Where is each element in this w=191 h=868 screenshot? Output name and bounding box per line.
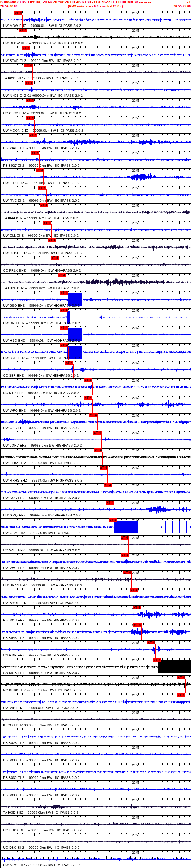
coda-pick-flag[interactable]: xT 4 xyxy=(26,116,34,120)
trace-row[interactable]: 20:55UW RVC EHZ -- 99999.0km BW HIGHPASS… xyxy=(1,186,191,203)
trace-row[interactable]: 20:55UW LEBA HHZ -- 99999.0km BW HIGHPAS… xyxy=(1,448,191,465)
coda-pick-line[interactable] xyxy=(185,679,186,692)
coda-pick-flag[interactable]: xT 4 xyxy=(84,378,92,382)
coda-pick-line[interactable] xyxy=(30,50,30,63)
trace-row[interactable]: 20:55CC VALT BHZ -- 99999.0km BW HIGHPAS… xyxy=(1,535,191,553)
coda-pick-flag[interactable]: xT 4 xyxy=(43,221,51,225)
coda-pick-line[interactable] xyxy=(73,364,74,378)
trace-row[interactable]: 20:55TA I03D BHZ -- 99999.0km BW HIGHPAS… xyxy=(1,798,191,815)
coda-pick-line[interactable] xyxy=(37,137,37,150)
coda-pick-flag[interactable]: xT 4 xyxy=(133,623,141,627)
coda-pick-flag[interactable]: xT 4 xyxy=(60,308,68,312)
trace-row[interactable]: 20:55PB B030 EHZ -- 99999.0km BW HIGHPAS… xyxy=(1,745,191,763)
coda-pick-line[interactable] xyxy=(68,312,68,325)
coda-pick-line[interactable] xyxy=(131,574,132,588)
coda-pick-flag[interactable]: xT 4 xyxy=(106,501,114,504)
coda-pick-flag[interactable]: xT 4 xyxy=(35,168,44,172)
coda-pick-line[interactable] xyxy=(51,224,52,238)
trace-row[interactable]: 20:55UW BBO EHZ -- 99999.0km BW HIGHPASS… xyxy=(1,290,191,308)
trace-row[interactable]: 20:55UW BRO EHZ -- 99999.0km BW HIGHPASS… xyxy=(1,308,191,326)
trace-row[interactable]: 20:55PB B033 EHZ -- 99999.0km BW HIGHPAS… xyxy=(1,780,191,798)
coda-pick-flag[interactable]: xT 4 xyxy=(89,413,98,417)
coda-pick-flag[interactable]: xT 4 xyxy=(38,186,46,190)
coda-pick-flag[interactable]: xT 4 xyxy=(60,291,68,295)
coda-pick-line[interactable] xyxy=(34,102,34,116)
trace-row[interactable]: 20:55PB B943 EHZ -- 99999.0km BW HIGHPAS… xyxy=(1,623,191,640)
coda-pick-line[interactable] xyxy=(68,294,68,308)
coda-pick-line[interactable] xyxy=(141,627,142,640)
trace-row[interactable]: 20:55UW MDW EHZ -- 99999.0km BW HIGHPASS… xyxy=(1,11,191,28)
trace-row[interactable]: 20:55PB B032 EHZ -- 99999.0km BW HIGHPAS… xyxy=(1,763,191,780)
coda-pick-flag[interactable]: xT 4 xyxy=(130,588,138,592)
coda-pick-flag[interactable]: xT 4 xyxy=(22,46,30,50)
coda-pick-flag[interactable]: xT 4 xyxy=(19,29,27,32)
coda-pick-line[interactable] xyxy=(129,557,129,570)
coda-pick-line[interactable] xyxy=(112,487,112,500)
coda-pick-line[interactable] xyxy=(22,14,23,28)
trace-row[interactable]: 20:55UW ELL EHZ -- 99999.0km BW HIGHPASS… xyxy=(1,221,191,238)
trace-row[interactable]: 20:55CC SEP EHZ -- 99999.0km BW HIGHPASS… xyxy=(1,361,191,378)
trace-row[interactable]: 20:55UW SVOH EHZ -- 99999.0km BW HIGHPAS… xyxy=(1,588,191,606)
coda-pick-line[interactable] xyxy=(68,329,68,343)
trace-row[interactable]: 20:55UW CBS EHZ -- 99999.0km BW HIGHPASS… xyxy=(1,413,191,431)
trace-row[interactable]: 20:55UW GMQ EHZ -- 99999.0km BW HIGHPASS… xyxy=(1,500,191,518)
trace-row[interactable]: 20:55UW WPQ EHZ -- 99999.0km BW HIGHPASS… xyxy=(1,396,191,413)
trace-row[interactable]: 20:55NC KHBB HHZ -- 99999.0km BW HIGHPAS… xyxy=(1,675,191,693)
coda-pick-line[interactable] xyxy=(161,662,161,675)
trace-row[interactable]: 20:55UW WAT EHZ -- 99999.0km BW HIGHPASS… xyxy=(1,553,191,570)
coda-pick-line[interactable] xyxy=(92,399,93,413)
coda-pick-flag[interactable]: xT 4 xyxy=(65,361,73,365)
coda-pick-line[interactable] xyxy=(102,452,103,465)
coda-pick-flag[interactable]: xT 4 xyxy=(25,64,33,67)
coda-pick-line[interactable] xyxy=(138,592,138,605)
coda-pick-line[interactable] xyxy=(59,259,59,273)
coda-pick-line[interactable] xyxy=(65,277,66,290)
coda-pick-line[interactable] xyxy=(107,469,108,483)
coda-pick-flag[interactable]: xT 4 xyxy=(84,396,92,400)
coda-pick-line[interactable] xyxy=(155,644,156,657)
coda-pick-flag[interactable]: xT 4 xyxy=(104,483,112,487)
coda-pick-line[interactable] xyxy=(48,207,48,220)
trace-row[interactable]: 20:55PB B028 EHZ -- 99999.0km BW HIGHPAS… xyxy=(1,728,191,745)
coda-pick-line[interactable] xyxy=(39,154,40,168)
trace-row[interactable]: 20:55NC KTR EHZ -- 99999.0km BW HIGHPASS… xyxy=(1,378,191,396)
coda-pick-flag[interactable]: xT 4 xyxy=(31,151,39,155)
trace-row[interactable]: 20:55CC PRLK BHZ -- 99999.0km BW HIGHPAS… xyxy=(1,256,191,273)
coda-pick-flag[interactable]: xT 4 xyxy=(93,431,102,435)
coda-pick-line[interactable] xyxy=(114,504,115,518)
trace-row[interactable]: 20:55UW MOON EHZ -- 99999.0km BW HIGHPAS… xyxy=(1,116,191,133)
coda-pick-line[interactable] xyxy=(92,382,93,395)
coda-pick-line[interactable] xyxy=(33,85,33,98)
trace-row[interactable]: 20:55UW RRHS EHZ -- 99999.0km BW HIGHPAS… xyxy=(1,465,191,483)
coda-pick-flag[interactable]: xT 4 xyxy=(100,466,108,470)
coda-pick-flag[interactable]: xT 4 xyxy=(60,326,68,330)
coda-pick-flag[interactable]: xT 4 xyxy=(14,11,23,15)
coda-pick-flag[interactable]: xT 4 xyxy=(48,239,56,242)
trace-row[interactable]: 20:55TA L02E BHZ -- 99999.0km BW HIGHPAS… xyxy=(1,273,191,290)
trace-row[interactable]: 20:55UW GSM EHZ -- 99999.0km BW HIGHPASS… xyxy=(1,518,191,535)
trace-row[interactable]: 20:55PB B941 EHZ -- 99999.0km BW HIGHPAS… xyxy=(1,133,191,151)
coda-pick-line[interactable] xyxy=(97,417,98,430)
trace-row[interactable]: 20:55TA I02D BHZ -- 99999.0km BW HIGHPAS… xyxy=(1,63,191,81)
coda-pick-flag[interactable]: xT 4 xyxy=(94,448,102,452)
trace-gather-plot[interactable]: 20:55UW MDW EHZ -- 99999.0km BW HIGHPASS… xyxy=(0,9,191,868)
coda-pick-line[interactable] xyxy=(27,32,27,45)
coda-pick-flag[interactable]: xT 4 xyxy=(58,273,66,277)
trace-row[interactable]: 20:55CN GDR EHZ -- 99999.0km BW HIGHPASS… xyxy=(1,640,191,658)
trace-row[interactable]: 20:55UW STAR EHZ -- 99999.0km BW HIGHPAS… xyxy=(1,46,191,63)
trace-row[interactable]: 20:55UW DOSE BHZ -- 99999.0km BW HIGHPAS… xyxy=(1,238,191,256)
trace-row[interactable]: 20:55TA I04A BHZ -- 99999.0km BW HIGHPAS… xyxy=(1,203,191,221)
trace-row[interactable]: 20:55IU COR BHZ 00 99999.0km BW HIGHPASS… xyxy=(1,710,191,728)
coda-pick-flag[interactable]: xT 4 xyxy=(177,693,185,697)
coda-pick-line[interactable] xyxy=(140,609,141,623)
coda-pick-line[interactable] xyxy=(117,522,117,535)
coda-pick-flag[interactable]: xT 4 xyxy=(121,536,129,539)
coda-pick-flag[interactable]: xT 4 xyxy=(121,553,129,557)
trace-row[interactable]: 20:55UW VIP EHZ -- 99999.0km BW HIGHPASS… xyxy=(1,693,191,710)
coda-pick-line[interactable] xyxy=(128,539,129,553)
trace-row[interactable]: 20:55PB B013 EHZ -- 99999.0km BW HIGHPAS… xyxy=(1,606,191,623)
trace-row[interactable]: 20:55CN MGB HHZ -- 99999.0km BW HIGHPASS… xyxy=(1,658,191,675)
coda-pick-flag[interactable]: xT 4 xyxy=(60,343,68,347)
coda-pick-flag[interactable]: xT 4 xyxy=(123,571,132,575)
coda-pick-line[interactable] xyxy=(101,434,102,448)
